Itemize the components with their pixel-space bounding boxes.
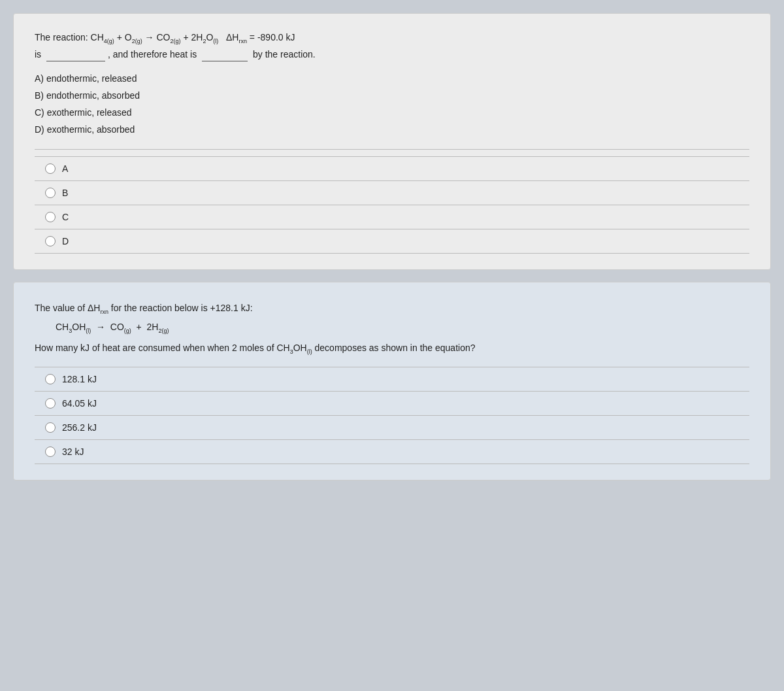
radio-row-64[interactable]: 64.05 kJ [35, 392, 749, 416]
radio-label-c: C [62, 212, 69, 222]
divider [35, 149, 749, 150]
option-d-text: D) exothermic, absorbed [35, 123, 749, 136]
radio-circle-64[interactable] [45, 398, 56, 409]
radio-circle-c[interactable] [45, 212, 56, 222]
radio-options: A B C D [35, 156, 749, 254]
radio-row-c[interactable]: C [35, 205, 749, 229]
radio-row-a[interactable]: A [35, 156, 749, 181]
radio-circle-b[interactable] [45, 188, 56, 198]
radio-circle-d[interactable] [45, 236, 56, 246]
question-card-2: The value of ΔHrxn for the reaction belo… [13, 282, 771, 480]
card2-reaction: CH3OH(l) → CO(g) + 2H2(g) [56, 322, 749, 334]
card2-radio-options: 128.1 kJ 64.05 kJ 256.2 kJ 32 kJ [35, 367, 749, 464]
radio-label-32: 32 kJ [62, 447, 84, 457]
radio-circle-32[interactable] [45, 447, 56, 457]
card2-header: The value of ΔHrxn for the reaction belo… [35, 301, 749, 316]
question-card-1: The reaction: CH4(g) + O2(g) → CO2(g) + … [13, 13, 771, 270]
radio-row-d[interactable]: D [35, 229, 749, 254]
radio-label-a: A [62, 163, 68, 174]
options-list: A) endothermic, released B) endothermic,… [35, 72, 749, 136]
radio-circle-256[interactable] [45, 422, 56, 433]
option-c-text: C) exothermic, released [35, 106, 749, 119]
question-line2: is , and therefore heat is by the reacti… [35, 47, 749, 61]
reaction-line: The reaction: CH4(g) + O2(g) → CO2(g) + … [35, 32, 749, 44]
radio-row-256[interactable]: 256.2 kJ [35, 416, 749, 440]
radio-label-b: B [62, 188, 68, 198]
radio-label-64: 64.05 kJ [62, 398, 97, 409]
radio-label-d: D [62, 236, 69, 246]
radio-row-32[interactable]: 32 kJ [35, 440, 749, 464]
radio-circle-a[interactable] [45, 163, 56, 174]
option-a-text: A) endothermic, released [35, 72, 749, 85]
option-b-text: B) endothermic, absorbed [35, 89, 749, 102]
radio-label-256: 256.2 kJ [62, 422, 97, 433]
reaction-text: The reaction: CH4(g) + O2(g) → CO2(g) + … [35, 32, 295, 44]
card2-question: How many kJ of heat are consumed when wh… [35, 341, 749, 356]
radio-label-128: 128.1 kJ [62, 374, 97, 384]
radio-row-128[interactable]: 128.1 kJ [35, 367, 749, 392]
radio-circle-128[interactable] [45, 374, 56, 384]
radio-row-b[interactable]: B [35, 181, 749, 205]
